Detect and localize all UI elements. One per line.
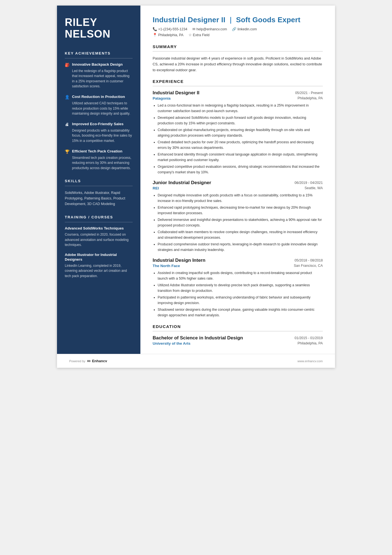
contact-location: 📍 Philadelphia, PA (153, 33, 183, 37)
job-2-bullet-2: Enhanced rapid prototyping techniques, d… (158, 205, 323, 216)
trophy-icon: 🏆 (65, 149, 70, 154)
skills-section-title: SKILLS (65, 179, 133, 183)
training-desc-2: LinkedIn Learning, completed in 2019, co… (65, 263, 133, 279)
edu-1-school-row: University of the Arts Philadelphia, PA (153, 341, 323, 346)
person-icon: 👤 (65, 95, 70, 99)
job-1-dates: 05/2021 - Present (295, 91, 323, 95)
contact-extra: ☆ Extra Field (188, 33, 210, 37)
contact-row-2: 📍 Philadelphia, PA ☆ Extra Field (153, 33, 323, 37)
job-2-bullet-1: Designed multiple innovative soft goods … (158, 193, 323, 204)
job-3-company: The North Face (153, 264, 180, 268)
training-desc-1: Coursera, completed in 2020, focused on … (65, 232, 133, 248)
experience-divider (153, 86, 323, 86)
summary-text: Passionate industrial designer with 4 ye… (153, 55, 323, 73)
job-2-header: Junior Industrial Designer 06/2019 - 04/… (153, 180, 323, 186)
footer: Powered by ∞ Enhancv www.enhancv.com (57, 354, 335, 368)
job-1-company: Patagonia (153, 96, 171, 100)
job-3-company-row: The North Face San Francisco, CA (153, 264, 323, 268)
contact-row-1: 📞 +1-(234)-555-1234 ✉ help@enhancv.com 🔗… (153, 27, 323, 31)
edu-1-school: University of the Arts (153, 341, 190, 346)
resume-body: RILEY NELSON KEY ACHIEVEMENTS 🎒 Innovati… (57, 6, 335, 354)
job-title-headline: Industrial Designer II | Soft Goods Expe… (153, 16, 323, 24)
job-1-bullet-3: Collaborated on global manufacturing pro… (158, 127, 323, 138)
job-title-part1: Industrial Designer II (153, 16, 225, 24)
candidate-name: RILEY NELSON (65, 17, 133, 40)
job-2-bullet-5: Produced comprehensive outdoor trend rep… (158, 241, 323, 253)
email-icon: ✉ (192, 27, 195, 31)
job-2-bullet-4: Collaborated with team members to resolv… (158, 229, 323, 240)
job-1-bullet-2: Developed advanced SolidWorks models to … (158, 115, 323, 126)
sidebar: RILEY NELSON KEY ACHIEVEMENTS 🎒 Innovati… (57, 6, 140, 354)
job-title-part2: Soft Goods Expert (236, 16, 301, 24)
footer-left: Powered by ∞ Enhancv (69, 358, 107, 364)
contact-phone: 📞 +1-(234)-555-1234 (153, 27, 187, 31)
job-3-bullet-1: Assisted in creating impactful soft good… (158, 270, 323, 281)
job-3-location: San Francisco, CA (294, 264, 323, 268)
training-item-1: Advanced SolidWorks Techniques Coursera,… (65, 226, 133, 248)
job-2-bullets: Designed multiple innovative soft goods … (153, 193, 323, 253)
contact-linkedin: 🔗 linkedin.com (232, 27, 257, 31)
achievements-divider (65, 58, 133, 58)
job-1-bullet-4: Created detailed tech packs for over 20 … (158, 139, 323, 151)
summary-divider (153, 51, 323, 51)
powered-by-label: Powered by (69, 359, 85, 363)
linkedin-icon: 🔗 (232, 27, 236, 31)
headline-pipe: | (230, 16, 232, 24)
achievement-title-3: 🖨 Improved Eco-Friendly Sales (65, 122, 133, 127)
achievement-desc-4: Streamlined tech pack creation process, … (72, 155, 133, 171)
achievement-item-2: 👤 Cost Reduction in Production Utilized … (65, 95, 133, 116)
training-divider (65, 222, 133, 222)
summary-section-title: SUMMARY (153, 44, 323, 49)
footer-website: www.enhancv.com (297, 359, 323, 363)
skills-divider (65, 186, 133, 186)
training-title-1: Advanced SolidWorks Techniques (65, 226, 133, 231)
job-2-company-row: REI Seattle, WA (153, 186, 323, 190)
job-1-location: Philadelphia, PA (297, 96, 323, 100)
job-1-bullet-1: Led a cross-functional team in redesigni… (158, 103, 323, 114)
phone-icon: 📞 (153, 27, 157, 31)
achievement-desc-3: Designed products with a sustainability … (72, 128, 133, 144)
job-2-company: REI (153, 186, 159, 190)
achievement-desc-1: Led the redesign of a flagship product t… (72, 68, 133, 89)
star-icon: ☆ (188, 33, 192, 37)
job-3-bullet-4: Shadowed senior designers during the con… (158, 307, 323, 318)
achievement-title-4: 🏆 Efficient Tech Pack Creation (65, 149, 133, 154)
job-1-bullet-5: Enhanced brand identity through consiste… (158, 152, 323, 163)
resume-wrapper: RILEY NELSON KEY ACHIEVEMENTS 🎒 Innovati… (57, 6, 335, 368)
job-2-location: Seattle, WA (304, 186, 323, 190)
achievement-title-2: 👤 Cost Reduction in Production (65, 95, 133, 99)
edu-1-header: Bachelor of Science in Industrial Design… (153, 335, 323, 341)
education-section-title: EDUCATION (153, 324, 323, 329)
training-title-2: Adobe Illustrator for Industrial Designe… (65, 253, 133, 262)
training-item-2: Adobe Illustrator for Industrial Designe… (65, 253, 133, 279)
achievement-item-4: 🏆 Efficient Tech Pack Creation Streamlin… (65, 149, 133, 171)
job-1-company-row: Patagonia Philadelphia, PA (153, 96, 323, 100)
job-2-title: Junior Industrial Designer (153, 180, 211, 186)
training-section-title: TRAINING / COURSES (65, 215, 133, 219)
main-content: Industrial Designer II | Soft Goods Expe… (140, 6, 335, 354)
achievements-section-title: KEY ACHIEVEMENTS (65, 51, 133, 55)
job-1-bullets: Led a cross-functional team in redesigni… (153, 103, 323, 175)
job-3-bullets: Assisted in creating impactful soft good… (153, 270, 323, 318)
edu-1-dates: 01/2015 - 01/2019 (295, 336, 323, 340)
achievement-title-1: 🎒 Innovative Backpack Design (65, 62, 133, 67)
backpack-icon: 🎒 (65, 63, 70, 67)
brand-name: Enhancv (92, 359, 107, 363)
job-3-header: Industrial Design Intern 05/2018 - 08/20… (153, 258, 323, 263)
achievement-item-1: 🎒 Innovative Backpack Design Led the red… (65, 62, 133, 89)
job-1-title: Industrial Designer II (153, 90, 199, 96)
contact-email: ✉ help@enhancv.com (192, 27, 227, 31)
edu-1-location: Philadelphia, PA (297, 341, 323, 346)
job-2-dates: 06/2019 - 04/2021 (295, 181, 323, 185)
print-icon: 🖨 (65, 122, 70, 127)
experience-section-title: EXPERIENCE (153, 79, 323, 84)
job-3-bullet-2: Utilized Adobe Illustrator extensively t… (158, 282, 323, 293)
job-1-bullet-6: Organized competitive product evaluation… (158, 164, 323, 175)
job-3-title: Industrial Design Intern (153, 258, 205, 263)
job-2-bullet-3: Delivered immersive and insightful desig… (158, 217, 323, 228)
job-3-dates: 05/2018 - 08/2018 (295, 258, 323, 262)
job-3-bullet-3: Participated in patterning workshops, en… (158, 295, 323, 306)
skills-text: SolidWorks, Adobe Illustrator, Rapid Pro… (65, 190, 133, 207)
job-1-header: Industrial Designer II 05/2021 - Present (153, 90, 323, 96)
location-icon: 📍 (153, 33, 157, 37)
